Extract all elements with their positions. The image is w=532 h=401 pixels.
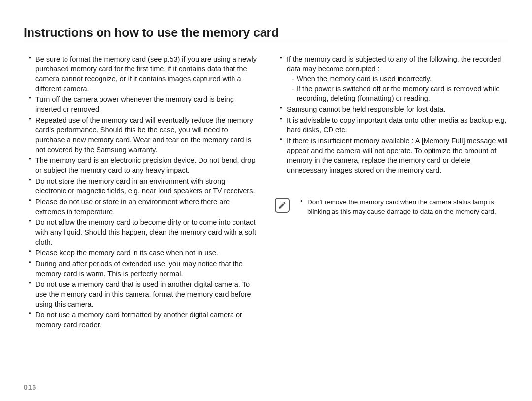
list-item-lead: If the memory card is subjected to any o… xyxy=(287,55,501,73)
list-item: Repeated use of the memory card will eve… xyxy=(29,115,257,154)
list-item: Do not allow the memory card to become d… xyxy=(29,217,257,247)
left-column: Be sure to format the memory card (see p… xyxy=(24,54,257,331)
list-item: Do not use a memory card that is used in… xyxy=(29,279,257,309)
page-title: Instructions on how to use the memory ca… xyxy=(24,26,508,43)
note-bullet-list: Don't remove the memory card when the ca… xyxy=(296,198,508,216)
sub-list: When the memory card is used incorrectly… xyxy=(287,74,508,103)
list-item: If there is insufficient memory availabl… xyxy=(280,136,508,175)
list-item: Do not store the memory card in an envir… xyxy=(29,176,257,196)
note-callout: Don't remove the memory card when the ca… xyxy=(275,198,508,216)
right-bullet-list: If the memory card is subjected to any o… xyxy=(275,54,508,175)
list-item: Do not use a memory card formatted by an… xyxy=(29,310,257,330)
list-item: The memory card is an electronic precisi… xyxy=(29,155,257,175)
note-icon xyxy=(275,198,290,213)
pencil-note-icon xyxy=(278,201,287,210)
list-item: Samsung cannot be held responsible for l… xyxy=(280,104,508,114)
list-item: Turn off the camera power whenever the m… xyxy=(29,94,257,114)
page-number: 016 xyxy=(24,383,36,391)
list-item: It is advisable to copy important data o… xyxy=(280,115,508,135)
sub-list-item: If the power is switched off or the memo… xyxy=(292,84,508,103)
list-item: Be sure to format the memory card (see p… xyxy=(29,54,257,93)
note-item: Don't remove the memory card when the ca… xyxy=(300,198,508,216)
left-bullet-list: Be sure to format the memory card (see p… xyxy=(24,54,257,330)
right-column: If the memory card is subjected to any o… xyxy=(275,54,508,331)
list-item: If the memory card is subjected to any o… xyxy=(280,54,508,103)
list-item: Please keep the memory card in its case … xyxy=(29,248,257,258)
two-column-layout: Be sure to format the memory card (see p… xyxy=(24,54,508,331)
list-item: Please do not use or store in an environ… xyxy=(29,197,257,216)
sub-list-item: When the memory card is used incorrectly… xyxy=(292,74,508,84)
list-item: During and after periods of extended use… xyxy=(29,259,257,278)
manual-page: Instructions on how to use the memory ca… xyxy=(0,0,532,401)
